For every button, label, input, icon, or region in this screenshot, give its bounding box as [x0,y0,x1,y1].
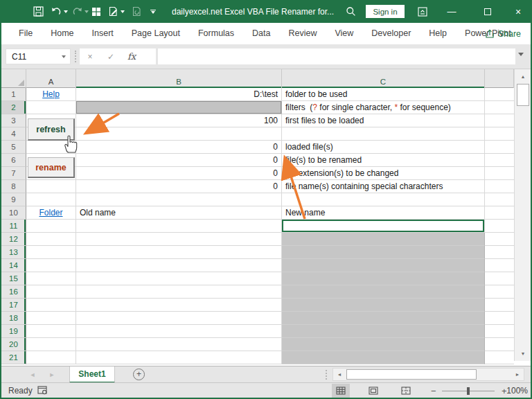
zoom-slider-thumb[interactable] [467,387,470,395]
cell-B9[interactable] [76,193,282,206]
close-button[interactable]: × [506,0,530,23]
cell-C15[interactable] [282,272,485,285]
name-box[interactable]: C11 [6,48,71,64]
scroll-right-icon[interactable]: ► [512,369,523,380]
sheet-nav-left-icon[interactable]: ◄ [25,366,40,383]
page-layout-view-icon[interactable] [364,384,382,398]
page-break-preview-icon[interactable] [397,384,415,398]
row-header-21[interactable]: 21 [1,351,26,364]
row-header-9[interactable]: 9 [1,193,26,206]
cell-C17[interactable] [282,299,485,312]
tab-view[interactable]: View [326,23,362,44]
formula-input[interactable] [158,48,515,64]
cell-A2[interactable] [26,101,76,114]
grid-icon[interactable] [89,0,104,23]
undo-dropdown-chevron[interactable] [62,0,69,23]
ribbon-display-options-icon[interactable] [414,0,431,23]
tab-developer[interactable]: Developer [362,23,420,44]
horizontal-scrollbar[interactable]: ◄ ► [332,368,524,381]
cell-A5[interactable] [26,141,76,154]
row-header-12[interactable]: 12 [1,233,26,246]
sheet-tab-sheet1[interactable]: Sheet1 [69,366,115,383]
cell-C1[interactable]: folder to be used [282,88,485,101]
macro-record-icon[interactable] [37,386,48,397]
insert-function-icon[interactable]: fx [121,51,142,62]
zoom-percentage[interactable]: 100% [506,383,528,398]
add-sheet-button[interactable]: + [133,369,145,380]
cell-B10[interactable]: Old name [76,206,282,220]
cell-A17[interactable] [26,299,76,312]
cell-C3[interactable]: first files to be loaded [282,114,485,127]
cell-C8[interactable]: file name(s) containing special characht… [282,180,485,193]
sign-in-button[interactable]: Sign in [366,5,405,18]
document-pen-dropdown-chevron[interactable] [119,0,126,23]
scroll-up-icon[interactable]: ▲ [516,71,530,82]
cell-A18[interactable] [26,312,76,325]
cell-B5[interactable]: 0 [76,141,282,154]
cell-A10[interactable]: Folder [26,206,76,220]
cell-A16[interactable] [26,285,76,299]
vertical-scrollbar-thumb[interactable] [517,84,529,106]
tab-review[interactable]: Review [279,23,326,44]
row-header-20[interactable]: 20 [1,338,26,351]
cell-B6[interactable]: 0 [76,154,282,167]
column-header-A[interactable]: A [26,69,76,88]
cell-C2[interactable]: filters (? for single character, * for s… [282,101,485,114]
cell-C6[interactable]: file(s) to be renamed [282,154,485,167]
row-header-18[interactable]: 18 [1,312,26,325]
cell-B2[interactable] [76,101,282,114]
cell-A19[interactable] [26,325,76,338]
row-header-19[interactable]: 19 [1,325,26,338]
sheet-nav-right-icon[interactable]: ► [44,366,60,383]
cell-C10[interactable]: New name [282,206,485,220]
cell-B19[interactable] [76,325,282,338]
cell-C19[interactable] [282,325,485,338]
formula-bar-expand-chevron[interactable] [518,53,524,56]
cell-B4[interactable] [76,127,282,141]
cell-B11[interactable] [76,220,282,233]
name-box-dropdown[interactable] [57,55,70,58]
cell-B16[interactable] [76,285,282,299]
cancel-icon[interactable]: × [80,52,100,62]
row-header-5[interactable]: 5 [1,141,26,154]
scroll-left-icon[interactable]: ◄ [334,369,345,380]
row-header-13[interactable]: 13 [1,246,26,259]
maximize-button[interactable] [477,0,499,23]
row-header-6[interactable]: 6 [1,154,26,167]
cell-B13[interactable] [76,246,282,259]
tab-insert[interactable]: Insert [83,23,123,44]
normal-view-icon[interactable] [332,384,350,398]
column-header-D-partial[interactable] [485,69,514,88]
cell-C20[interactable] [282,338,485,351]
undo-icon[interactable] [48,0,64,23]
cell-C13[interactable] [282,246,485,259]
cell-B8[interactable]: 0 [76,180,282,193]
active-cell-C11[interactable] [282,220,485,233]
cell-C7[interactable]: file extension(s) to be changed [282,167,485,180]
cell-C18[interactable] [282,312,485,325]
row-header-8[interactable]: 8 [1,180,26,193]
cell-B1[interactable]: D:\test [76,88,282,101]
row-header-14[interactable]: 14 [1,259,26,272]
row-header-15[interactable]: 15 [1,272,26,285]
cell-B3[interactable]: 100 [76,114,282,127]
cell-A15[interactable] [26,272,76,285]
cell-B18[interactable] [76,312,282,325]
cell-B14[interactable] [76,259,282,272]
row-header-11[interactable]: 11 [1,220,26,233]
cell-B7[interactable]: 0 [76,167,282,180]
cell-C14[interactable] [282,259,485,272]
cell-A12[interactable] [26,233,76,246]
folder-link[interactable]: Folder [39,208,62,218]
cell-B20[interactable] [76,338,282,351]
select-all-corner[interactable] [1,69,26,88]
save-icon[interactable] [30,0,46,23]
row-header-2[interactable]: 2 [1,101,26,114]
cell-C5[interactable]: loaded file(s) [282,141,485,154]
cell-B12[interactable] [76,233,282,246]
cell-A13[interactable] [26,246,76,259]
row-header-3[interactable]: 3 [1,114,26,127]
help-link[interactable]: Help [42,89,60,99]
cell-A8[interactable] [26,180,76,193]
refresh-button[interactable]: refresh [28,118,75,141]
